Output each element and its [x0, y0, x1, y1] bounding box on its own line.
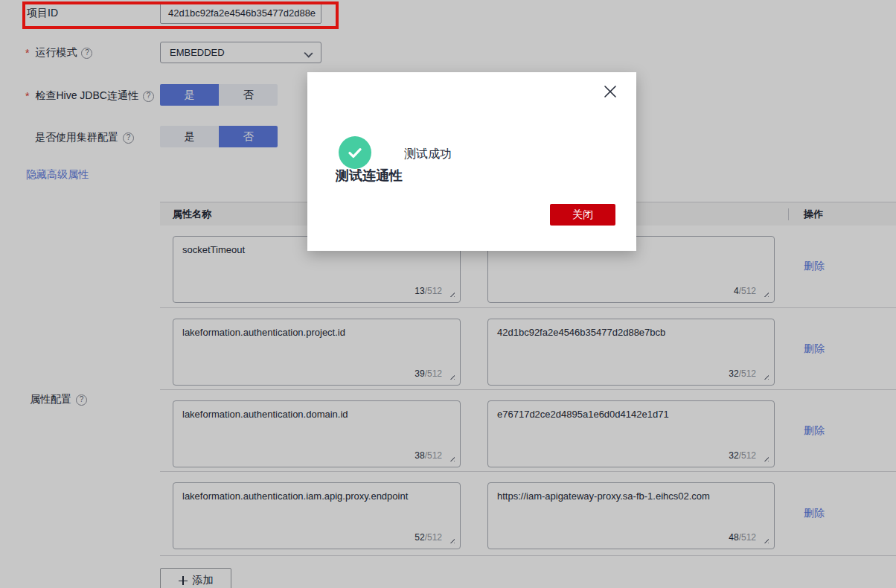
test-connectivity-dialog: 测试连通性 测试成功 关闭 [307, 72, 636, 251]
close-icon[interactable] [604, 85, 617, 98]
test-result-message: 测试成功 [404, 147, 452, 162]
close-button[interactable]: 关闭 [550, 204, 615, 226]
success-check-icon [339, 136, 371, 169]
dialog-title: 测试连通性 [336, 167, 403, 185]
connection-config-page: 项目ID 42d1bc92fa2e4546b35477d2d88e * 运行模式… [0, 0, 896, 588]
